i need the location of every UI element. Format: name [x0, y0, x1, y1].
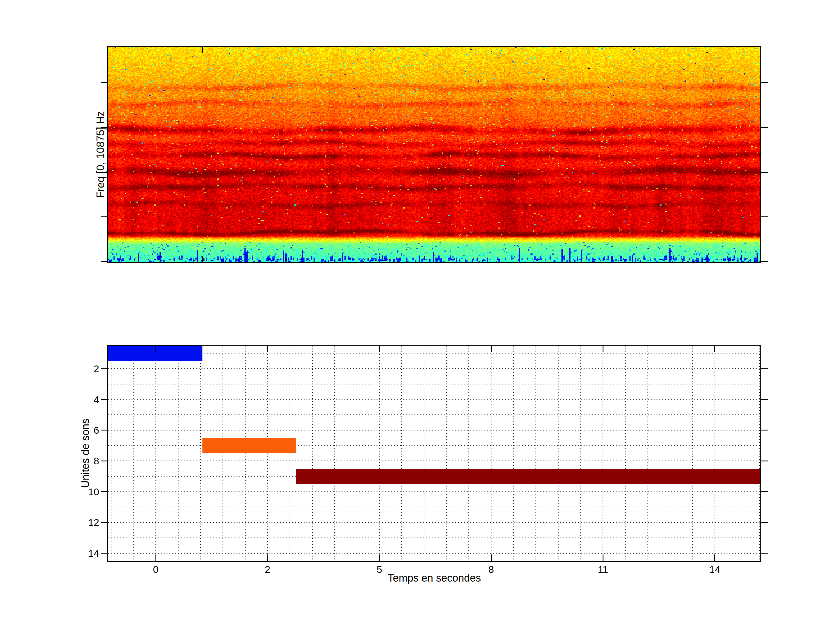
figure-window: Freq [0, 10875] Hz Temps en secondes Uni… [0, 0, 840, 630]
grid-hline [108, 491, 760, 492]
grid-hline [108, 430, 760, 431]
grid-hline [108, 399, 760, 399]
grid-hline [108, 414, 760, 415]
x-tick-label: 2 [265, 564, 270, 574]
grid-vline [155, 346, 156, 561]
x-tick-label: 5 [377, 564, 382, 574]
y-tick-left [101, 368, 107, 369]
y-tick-label: 4 [94, 395, 99, 404]
time-tick-top [202, 47, 203, 53]
grid-vline [535, 346, 536, 561]
x-tick-bottom [491, 554, 492, 561]
x-tick-bottom [155, 554, 156, 561]
grid-hline [108, 353, 760, 354]
y-tick-label: 14 [88, 548, 99, 558]
y-tick-left [101, 399, 107, 400]
y-tick-left [101, 522, 107, 523]
timeline-bar-unite-7 [202, 438, 296, 453]
y-tick-label: 6 [94, 425, 99, 435]
freq-tick-right [761, 261, 768, 262]
grid-hline [108, 522, 760, 523]
x-tick-top [267, 346, 268, 352]
grid-vline [245, 346, 246, 561]
grid-vline [401, 346, 402, 561]
y-tick-label: 10 [88, 487, 99, 497]
grid-vline [669, 346, 670, 561]
freq-tick-right [761, 216, 768, 217]
grid-hline [108, 553, 760, 554]
grid-vline [491, 346, 491, 561]
y-tick-right [761, 368, 768, 369]
y-tick-right [761, 553, 768, 554]
spectrogram-ylabel: Freq [0, 10875] Hz [95, 111, 107, 198]
y-tick-right [761, 461, 768, 461]
x-tick-bottom [267, 554, 268, 561]
grid-vline [223, 346, 223, 561]
y-tick-right [761, 491, 768, 492]
grid-vline [603, 346, 603, 561]
x-tick-top [155, 346, 156, 352]
y-tick-label: 2 [94, 364, 99, 374]
grid-vline [312, 346, 313, 561]
spectrogram-image [108, 47, 760, 262]
y-tick-right [761, 429, 768, 431]
y-tick-left [101, 461, 107, 461]
grid-vline [379, 346, 380, 561]
x-tick-top [379, 346, 380, 352]
grid-hline [108, 368, 760, 369]
freq-tick-left [101, 82, 107, 83]
grid-vline [715, 346, 715, 561]
grid-vline [357, 346, 357, 561]
grid-vline [625, 346, 625, 561]
x-tick-label: 14 [709, 564, 720, 574]
grid-vline [446, 346, 447, 561]
timeline-bar-unite-9 [296, 469, 760, 484]
grid-hline [108, 538, 760, 538]
spectrogram-axes [107, 46, 761, 263]
grid-vline [737, 346, 737, 561]
grid-hline [108, 507, 760, 507]
grid-vline [111, 346, 111, 561]
y-tick-right [761, 522, 768, 523]
grid-vline [647, 346, 648, 561]
freq-tick-left [101, 261, 107, 262]
grid-vline [133, 346, 134, 561]
y-tick-left [101, 429, 107, 431]
x-tick-top [491, 346, 492, 352]
timeline-xlabel: Temps en secondes [388, 572, 481, 584]
grid-vline [290, 346, 290, 561]
y-tick-label: 8 [94, 456, 99, 466]
grid-vline [692, 346, 693, 561]
grid-vline [267, 346, 268, 561]
grid-vline [334, 346, 335, 561]
freq-tick-right [761, 172, 768, 173]
x-tick-label: 8 [488, 564, 494, 574]
grid-vline [558, 346, 559, 561]
freq-tick-right [761, 82, 768, 83]
grid-vline [200, 346, 201, 561]
y-tick-label: 12 [88, 518, 99, 527]
x-tick-top [714, 346, 715, 352]
x-tick-bottom [379, 554, 380, 561]
grid-vline [580, 346, 581, 561]
grid-vline [468, 346, 469, 561]
grid-vline [178, 346, 178, 561]
x-tick-label: 11 [598, 564, 608, 574]
grid-vline [513, 346, 514, 561]
grid-vline [424, 346, 425, 561]
y-tick-right [761, 399, 768, 400]
timeline-axes [107, 345, 761, 562]
x-tick-bottom [714, 554, 715, 561]
freq-tick-right [761, 127, 768, 128]
x-tick-label: 0 [153, 564, 159, 574]
grid-vline [759, 346, 760, 561]
time-tick-bottom [202, 256, 203, 262]
freq-tick-left [101, 216, 107, 217]
y-tick-left [101, 491, 107, 492]
grid-hline [108, 384, 760, 384]
timeline-ylabel: Unites de sons [79, 418, 92, 488]
x-tick-top [603, 346, 603, 352]
y-tick-left [101, 553, 107, 554]
grid-hline [108, 461, 760, 461]
x-tick-bottom [603, 554, 603, 561]
